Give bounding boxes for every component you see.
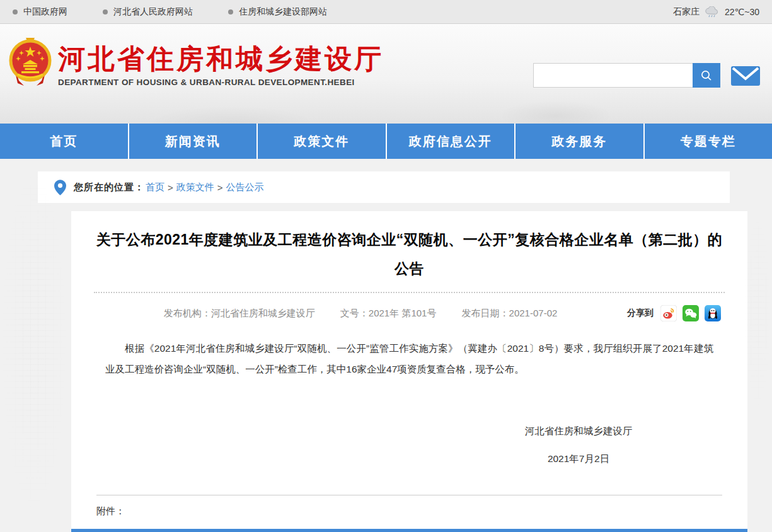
national-emblem-icon	[9, 37, 52, 90]
breadcrumb: 您所在的位置： 首页 > 政策文件 > 公告公示	[38, 171, 730, 203]
signature-date: 2021年7月2日	[478, 453, 679, 466]
header-tools	[533, 63, 761, 88]
share-label: 分享到	[627, 308, 654, 319]
top-link-label: 住房和城乡建设部网站	[239, 6, 327, 18]
breadcrumb-announcements[interactable]: 公告公示	[226, 182, 264, 194]
page: 中国政府网 河北省人民政府网站 住房和城乡建设部网站 石家庄 22	[0, 0, 772, 532]
article-title: 关于公布2021年度建筑业及工程造价咨询企业“双随机、一公开”复核合格企业名单（…	[94, 225, 725, 283]
weather-city: 石家庄	[673, 6, 700, 18]
brand-text: 河北省住房和城乡建设厅 DEPARTMENT OF HOUSING & URBA…	[58, 37, 384, 87]
weibo-icon[interactable]	[660, 305, 677, 321]
link-hebei-gov[interactable]: 河北省人民政府网站	[103, 6, 193, 18]
qq-icon[interactable]	[705, 305, 721, 321]
top-link-label: 河北省人民政府网站	[113, 6, 193, 18]
article-title-line2: 公告	[395, 260, 424, 277]
bullet-icon	[103, 9, 108, 14]
site-logo-link[interactable]: 河北省住房和城乡建设厅 DEPARTMENT OF HOUSING & URBA…	[9, 37, 384, 90]
site-header: 河北省住房和城乡建设厅 DEPARTMENT OF HOUSING & URBA…	[0, 24, 772, 124]
nav-policy[interactable]: 政策文件	[256, 124, 386, 159]
nav-news[interactable]: 新闻资讯	[128, 124, 257, 159]
share-bar: 分享到	[627, 305, 725, 321]
signature-block: 河北省住房和城乡建设厅 2021年7月2日	[478, 425, 679, 466]
footer-accent-strip	[71, 529, 747, 532]
breadcrumb-label: 您所在的位置：	[74, 182, 144, 194]
weather-temp: 22℃~30	[725, 7, 759, 17]
link-gov-cn[interactable]: 中国政府网	[13, 6, 67, 18]
mail-icon[interactable]	[730, 63, 761, 88]
main-nav: 首页 新闻资讯 政策文件 政府信息公开 政务服务 专题专栏	[0, 124, 772, 159]
meta-publish-date: 发布日期：2021-07-02	[462, 308, 558, 318]
search-input[interactable]	[533, 63, 693, 88]
top-link-label: 中国政府网	[23, 6, 67, 18]
left-watermark-art	[0, 165, 68, 518]
nav-services[interactable]: 政务服务	[514, 124, 643, 159]
breadcrumb-policy[interactable]: 政策文件	[176, 182, 214, 194]
bullet-icon	[13, 9, 18, 14]
location-pin-icon	[54, 180, 66, 195]
article-body: 根据《2021年河北省住房和城乡建设厅“双随机、一公开”监管工作实施方案》（冀建…	[105, 338, 713, 379]
nav-gov-info[interactable]: 政府信息公开	[386, 124, 515, 159]
breadcrumb-wrap: 您所在的位置： 首页 > 政策文件 > 公告公示	[0, 159, 772, 203]
site-title: 河北省住房和城乡建设厅	[58, 44, 384, 73]
article-meta-row: 发布机构：河北省住房和城乡建设厅 文号：2021年 第101号 发布日期：202…	[94, 305, 725, 321]
search-icon	[700, 69, 713, 83]
nav-special[interactable]: 专题专栏	[643, 124, 772, 159]
signature-agency: 河北省住房和城乡建设厅	[478, 425, 679, 438]
top-bar: 中国政府网 河北省人民政府网站 住房和城乡建设部网站 石家庄 22	[0, 0, 772, 24]
attachment-label: 附件：	[96, 506, 722, 518]
search-box	[533, 63, 720, 88]
bullet-icon	[228, 9, 233, 14]
meta-agency: 发布机构：河北省住房和城乡建设厅	[164, 308, 315, 318]
breadcrumb-home[interactable]: 首页	[146, 182, 164, 194]
meta-doc-number: 文号：2021年 第101号	[340, 308, 437, 318]
title-divider	[94, 292, 725, 293]
wechat-icon[interactable]	[683, 305, 699, 321]
nav-home[interactable]: 首页	[0, 124, 128, 159]
breadcrumb-separator: >	[168, 182, 173, 193]
weather-widget: 石家庄 22℃~30	[673, 6, 759, 18]
article-meta: 发布机构：河北省住房和城乡建设厅 文号：2021年 第101号 发布日期：202…	[94, 308, 627, 320]
breadcrumb-separator: >	[217, 182, 223, 193]
article-card: 关于公布2021年度建筑业及工程造价咨询企业“双随机、一公开”复核合格企业名单（…	[71, 211, 747, 532]
site-subtitle: DEPARTMENT OF HOUSING & URBAN-RURAL DEVE…	[58, 78, 384, 87]
search-button[interactable]	[693, 63, 720, 88]
link-mohurd[interactable]: 住房和城乡建设部网站	[228, 6, 327, 18]
top-links: 中国政府网 河北省人民政府网站 住房和城乡建设部网站	[13, 6, 327, 18]
attachment-divider	[96, 495, 722, 495]
article-title-line1: 关于公布2021年度建筑业及工程造价咨询企业“双随机、一公开”复核合格企业名单（…	[96, 231, 723, 248]
weather-icon	[705, 6, 720, 18]
